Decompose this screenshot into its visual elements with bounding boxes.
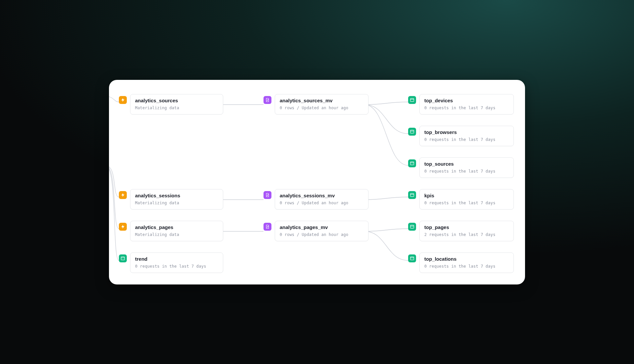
window-icon: [408, 96, 416, 104]
node-trend[interactable]: trend 0 requests in the last 7 days: [119, 252, 223, 273]
svg-rect-2: [410, 98, 414, 101]
svg-rect-0: [121, 257, 125, 260]
node-analytics-sessions-mv[interactable]: analytics_sessions_mv 0 rows / Updated a…: [264, 189, 369, 210]
svg-rect-8: [410, 193, 414, 196]
svg-rect-12: [410, 257, 414, 260]
node-subtitle: 0 rows / Updated an hour ago: [280, 201, 364, 205]
svg-rect-6: [410, 162, 414, 165]
node-analytics-pages-mv[interactable]: analytics_pages_mv 0 rows / Updated an h…: [264, 221, 369, 241]
node-title: analytics_sessions_mv: [280, 193, 364, 199]
node-title: analytics_pages_mv: [280, 224, 364, 230]
lightning-icon: [119, 191, 127, 199]
node-analytics-sources-mv[interactable]: analytics_sources_mv 0 rows / Updated an…: [264, 94, 369, 115]
node-subtitle: 0 requests in the last 7 days: [424, 264, 509, 269]
node-analytics-pages[interactable]: analytics_pages Materializing data: [119, 221, 223, 241]
svg-rect-10: [410, 225, 414, 228]
node-subtitle: Materializing data: [135, 106, 218, 110]
document-edit-icon: [264, 191, 271, 199]
node-title: analytics_sources_mv: [280, 98, 364, 104]
node-top-sources[interactable]: top_sources 0 requests in the last 7 day…: [408, 157, 514, 178]
node-top-pages[interactable]: top_pages 2 requests in the last 7 days: [408, 221, 514, 241]
node-top-browsers[interactable]: top_browsers 0 requests in the last 7 da…: [408, 126, 514, 146]
window-icon: [408, 254, 416, 262]
node-subtitle: 0 requests in the last 7 days: [424, 169, 509, 174]
document-edit-icon: [264, 96, 271, 104]
node-subtitle: 0 rows / Updated an hour ago: [280, 232, 364, 237]
svg-rect-4: [410, 130, 414, 133]
node-title: trend: [135, 256, 218, 262]
window-icon: [408, 128, 416, 136]
node-subtitle: 0 rows / Updated an hour ago: [280, 106, 364, 110]
window-icon: [119, 254, 127, 262]
node-title: top_pages: [424, 224, 509, 230]
node-subtitle: Materializing data: [135, 232, 218, 237]
lightning-icon: [119, 96, 127, 104]
node-title: top_sources: [424, 161, 509, 167]
node-title: top_browsers: [424, 129, 509, 135]
node-top-locations[interactable]: top_locations 0 requests in the last 7 d…: [408, 252, 514, 273]
lightning-icon: [119, 223, 127, 231]
node-subtitle: 0 requests in the last 7 days: [135, 264, 218, 269]
node-subtitle: 2 requests in the last 7 days: [424, 232, 509, 237]
document-edit-icon: [264, 223, 271, 231]
node-title: top_locations: [424, 256, 509, 262]
node-analytics-sessions[interactable]: analytics_sessions Materializing data: [119, 189, 223, 210]
node-title: analytics_pages: [135, 224, 218, 230]
window-icon: [408, 223, 416, 231]
node-title: kpis: [424, 193, 509, 199]
node-subtitle: 0 requests in the last 7 days: [424, 106, 509, 110]
window-icon: [408, 191, 416, 199]
node-title: analytics_sessions: [135, 193, 218, 199]
node-subtitle: 0 requests in the last 7 days: [424, 201, 509, 205]
node-title: top_devices: [424, 98, 509, 104]
data-flow-diagram: analytics_sources Materializing data ana…: [109, 80, 525, 284]
node-subtitle: 0 requests in the last 7 days: [424, 137, 509, 142]
node-top-devices[interactable]: top_devices 0 requests in the last 7 day…: [408, 94, 514, 115]
node-title: analytics_sources: [135, 98, 218, 104]
window-icon: [408, 159, 416, 167]
node-analytics-sources[interactable]: analytics_sources Materializing data: [119, 94, 223, 115]
node-subtitle: Materializing data: [135, 201, 218, 205]
node-kpis[interactable]: kpis 0 requests in the last 7 days: [408, 189, 514, 210]
